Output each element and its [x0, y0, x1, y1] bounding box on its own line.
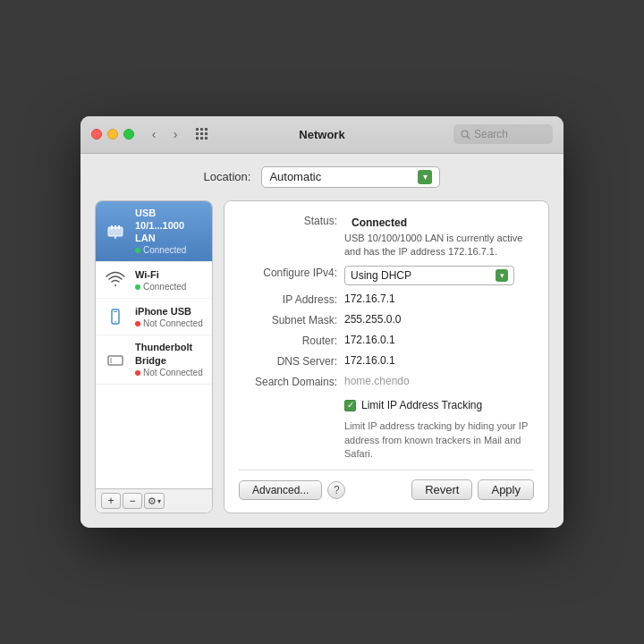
subnet-mask-label: Subnet Mask:: [239, 313, 337, 326]
gear-icon: ⚙: [148, 496, 157, 507]
location-bar: Location: Automatic ▾: [95, 166, 549, 188]
sidebar-item-status: Connected: [135, 244, 205, 256]
sidebar-item-name: Thunderbolt Bridge: [135, 341, 205, 367]
sidebar-item-status: Not Connected: [135, 318, 203, 329]
network-window: ‹ › Network: [80, 116, 564, 529]
traffic-lights: [91, 129, 134, 140]
router-label: Router:: [239, 334, 337, 347]
grid-dot: [200, 132, 203, 135]
svg-rect-5: [118, 225, 120, 229]
search-input[interactable]: [474, 128, 546, 140]
svg-rect-4: [114, 225, 116, 229]
status-description: USB 10/100/1000 LAN is currently active …: [344, 232, 534, 259]
configure-ipv4-dropdown[interactable]: Using DHCP ▾: [344, 266, 514, 285]
grid-dot: [200, 128, 203, 131]
iphone-icon: [103, 304, 128, 329]
minimize-button[interactable]: [107, 129, 118, 140]
sidebar-item-wifi[interactable]: Wi-Fi Connected: [96, 262, 212, 299]
status-dot-disconnected: [135, 321, 140, 326]
sidebar-item-iphone-usb[interactable]: iPhone USB Not Connected: [96, 299, 212, 335]
sidebar-item-usb-lan[interactable]: USB 10/1...1000 LAN Connected: [96, 201, 212, 263]
ipv4-arrow-icon: ▾: [496, 269, 508, 282]
sidebar-item-status: Not Connected: [135, 367, 205, 378]
sidebar-item-thunderbolt-bridge[interactable]: Thunderbolt Bridge Not Connected: [96, 335, 212, 385]
close-button[interactable]: [91, 129, 102, 140]
back-button[interactable]: ‹: [145, 125, 163, 143]
grid-dot: [196, 128, 199, 131]
grid-dot: [200, 137, 203, 140]
bottom-actions-right: Revert Apply: [411, 479, 534, 500]
grid-dot: [196, 132, 199, 135]
search-bar: [453, 124, 553, 144]
router-value: 172.16.0.1: [344, 334, 534, 346]
location-dropdown[interactable]: Automatic ▾: [261, 166, 440, 188]
sidebar-items: USB 10/1...1000 LAN Connected: [96, 201, 212, 489]
svg-rect-3: [111, 225, 113, 229]
detail-panel: Status: Connected USB 10/100/1000 LAN is…: [224, 200, 549, 514]
sidebar-toolbar: + − ⚙ ▾: [96, 488, 212, 513]
search-icon: [461, 130, 470, 140]
help-button[interactable]: ?: [327, 481, 345, 499]
advanced-button[interactable]: Advanced...: [239, 480, 322, 500]
svg-point-9: [114, 322, 116, 324]
configure-ipv4-label: Configure IPv4:: [239, 266, 337, 279]
bottom-actions-left: Advanced... ?: [239, 480, 345, 500]
status-dot-connected: [135, 248, 140, 253]
revert-button[interactable]: Revert: [411, 479, 472, 500]
ip-address-row: IP Address: 172.16.7.1: [239, 292, 534, 306]
svg-point-0: [462, 131, 468, 137]
location-label: Location:: [204, 170, 251, 183]
sidebar-item-info-iphone: iPhone USB Not Connected: [135, 305, 203, 329]
checkmark-icon: ✓: [347, 401, 354, 410]
apply-button[interactable]: Apply: [478, 479, 534, 500]
maximize-button[interactable]: [123, 129, 134, 140]
sidebar-item-status: Connected: [135, 281, 186, 292]
grid-dot: [205, 128, 208, 131]
checkbox-checked-icon: ✓: [344, 400, 356, 411]
chevron-down-icon: ▾: [157, 497, 161, 505]
wifi-icon: [103, 267, 128, 292]
grid-dot: [205, 132, 208, 135]
sidebar-item-info-thunderbolt: Thunderbolt Bridge Not Connected: [135, 341, 205, 378]
main-layout: USB 10/1...1000 LAN Connected: [95, 200, 549, 514]
status-dot-connected: [135, 284, 140, 290]
ip-address-label: IP Address:: [239, 292, 337, 306]
checkbox-label: Limit IP Address Tracking: [361, 399, 482, 411]
sidebar-item-info-wifi: Wi-Fi Connected: [135, 268, 186, 292]
content-area: Location: Automatic ▾: [80, 154, 564, 529]
grid-dot: [196, 137, 199, 140]
window-title: Network: [299, 128, 344, 141]
sidebar-item-name: Wi-Fi: [135, 268, 186, 281]
status-label: Status:: [239, 214, 337, 227]
subnet-mask-value: 255.255.0.0: [344, 313, 534, 326]
add-network-button[interactable]: +: [101, 493, 121, 509]
configure-ipv4-value: Using DHCP: [351, 269, 411, 282]
svg-line-1: [468, 136, 470, 139]
status-dot-disconnected: [135, 370, 140, 376]
dns-server-row: DNS Server: 172.16.0.1: [239, 354, 534, 368]
thunderbolt-icon: [103, 347, 128, 372]
ethernet-icon: [103, 218, 128, 243]
status-value: Connected: [352, 216, 407, 229]
ip-address-value: 172.16.7.1: [344, 292, 534, 305]
grid-dot: [205, 137, 208, 140]
subnet-mask-row: Subnet Mask: 255.255.0.0: [239, 313, 534, 326]
router-row: Router: 172.16.0.1: [239, 334, 534, 347]
status-row: Status: Connected USB 10/100/1000 LAN is…: [239, 214, 534, 259]
sidebar-item-name: USB 10/1...1000 LAN: [135, 207, 205, 245]
limit-tracking-checkbox[interactable]: ✓ Limit IP Address Tracking: [344, 399, 482, 411]
configure-ipv4-row: Configure IPv4: Using DHCP ▾: [239, 266, 534, 285]
forward-button[interactable]: ›: [166, 125, 184, 143]
app-grid-icon[interactable]: [191, 128, 213, 140]
gear-menu-button[interactable]: ⚙ ▾: [144, 493, 165, 509]
search-domains-row: Search Domains: home.chendo: [239, 375, 534, 388]
remove-network-button[interactable]: −: [123, 493, 142, 509]
location-arrow-icon: ▾: [418, 170, 432, 184]
sidebar-item-info-usb-lan: USB 10/1...1000 LAN Connected: [135, 207, 205, 257]
sidebar: USB 10/1...1000 LAN Connected: [95, 200, 213, 514]
bottom-bar: Advanced... ? Revert Apply: [239, 470, 534, 500]
search-domains-value: home.chendo: [344, 375, 534, 387]
location-value: Automatic: [269, 170, 321, 183]
search-domains-label: Search Domains:: [239, 375, 337, 388]
nav-buttons: ‹ ›: [145, 125, 184, 143]
